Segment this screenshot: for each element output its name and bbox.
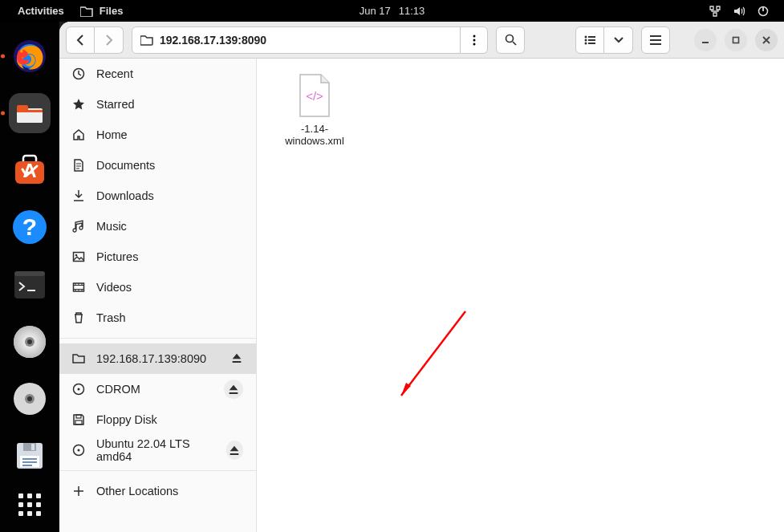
- sidebar-home[interactable]: Home: [59, 120, 256, 150]
- sidebar-network-mount[interactable]: 192.168.17.139:8090: [59, 343, 256, 374]
- close-button[interactable]: [755, 29, 778, 51]
- app-name: Files: [100, 5, 124, 17]
- separator: [59, 338, 256, 339]
- clock-icon: [72, 67, 85, 80]
- dock-terminal[interactable]: [9, 265, 51, 304]
- label: Other Locations: [96, 485, 178, 497]
- disc-icon: [72, 444, 85, 457]
- kebab-icon: [473, 35, 476, 46]
- svg-point-38: [75, 254, 78, 257]
- eject-button[interactable]: [230, 351, 243, 367]
- plus-icon: [72, 485, 85, 497]
- folder-icon: [140, 35, 153, 46]
- eject-button[interactable]: [226, 441, 243, 460]
- path-bar[interactable]: 192.168.17.139:8090: [132, 26, 488, 54]
- download-icon: [72, 189, 85, 202]
- sidebar-videos[interactable]: Videos: [59, 272, 256, 303]
- svg-rect-13: [14, 271, 45, 276]
- svg-point-26: [473, 39, 475, 41]
- floppy-icon: [72, 413, 85, 426]
- file-item[interactable]: </> -1.14-windows.xml: [279, 73, 350, 147]
- eject-icon: [227, 383, 240, 396]
- view-options-button[interactable]: [604, 26, 633, 54]
- label: 192.168.17.139:8090: [96, 352, 206, 365]
- folder-icon: [80, 6, 93, 17]
- svg-line-47: [401, 311, 465, 396]
- xml-file-icon: </>: [295, 73, 334, 118]
- sidebar-ubuntu-iso[interactable]: Ubuntu 22.04 LTS amd64: [59, 435, 256, 465]
- dock-software[interactable]: A: [9, 151, 51, 190]
- dock-files[interactable]: [9, 93, 51, 132]
- label: Home: [96, 128, 128, 141]
- sidebar-pictures[interactable]: Pictures: [59, 242, 256, 272]
- label: CDROM: [96, 383, 140, 396]
- svg-point-45: [78, 449, 80, 452]
- label: Downloads: [96, 189, 154, 202]
- music-icon: [72, 220, 85, 233]
- svg-point-41: [78, 388, 80, 391]
- network-icon[interactable]: [709, 5, 721, 18]
- file-name: -1.14-windows.xml: [279, 123, 350, 147]
- svg-rect-32: [588, 39, 595, 41]
- svg-point-20: [27, 396, 32, 401]
- path-menu-button[interactable]: [460, 27, 487, 53]
- label: Pictures: [96, 250, 138, 263]
- sidebar-cdrom[interactable]: CDROM: [59, 374, 256, 404]
- disc-icon: [72, 383, 85, 396]
- svg-point-28: [506, 35, 513, 43]
- search-button[interactable]: [496, 26, 525, 54]
- label: Floppy Disk: [96, 413, 157, 426]
- video-icon: [72, 281, 85, 294]
- svg-rect-35: [733, 37, 739, 43]
- star-icon: [72, 98, 85, 111]
- path-text: 192.168.17.139:8090: [160, 34, 266, 47]
- sidebar-music[interactable]: Music: [59, 211, 256, 242]
- label: Ubuntu 22.04 LTS amd64: [96, 437, 215, 463]
- show-applications[interactable]: [18, 493, 41, 516]
- sidebar-starred[interactable]: Starred: [59, 89, 256, 120]
- hamburger-menu-button[interactable]: [641, 26, 670, 54]
- sidebar-trash[interactable]: Trash: [59, 303, 256, 333]
- dock-firefox[interactable]: [9, 36, 51, 75]
- svg-rect-7: [17, 110, 43, 112]
- sidebar-floppy[interactable]: Floppy Disk: [59, 404, 256, 435]
- time: 11:13: [399, 5, 425, 17]
- dock-disc-2[interactable]: [9, 380, 51, 419]
- svg-rect-37: [74, 253, 84, 262]
- volume-icon[interactable]: [733, 5, 745, 18]
- sidebar-other-locations[interactable]: Other Locations: [59, 476, 256, 506]
- nav-forward-button[interactable]: [95, 26, 124, 54]
- date: Jun 17: [360, 5, 391, 17]
- svg-text:A: A: [22, 160, 36, 181]
- files-window: 192.168.17.139:8090 Recent: [59, 22, 784, 532]
- sidebar-downloads[interactable]: Downloads: [59, 181, 256, 211]
- power-icon[interactable]: [757, 5, 770, 18]
- eject-button[interactable]: [224, 380, 243, 399]
- headerbar: 192.168.17.139:8090: [59, 22, 784, 59]
- gnome-top-panel: Activities Files Jun 17 11:13: [0, 0, 784, 22]
- svg-text:</>: </>: [306, 89, 323, 103]
- dock-floppy[interactable]: [9, 437, 51, 476]
- eject-icon: [228, 444, 241, 457]
- label: Trash: [96, 311, 126, 324]
- clock[interactable]: Jun 17 11:13: [360, 5, 425, 17]
- file-view[interactable]: </> -1.14-windows.xml: [257, 59, 784, 532]
- sidebar-documents[interactable]: Documents: [59, 150, 256, 181]
- nav-back-button[interactable]: [66, 26, 95, 54]
- dock-help[interactable]: ?: [9, 208, 51, 247]
- label: Recent: [96, 67, 133, 80]
- places-sidebar: Recent Starred Home Documents Downloads: [59, 59, 257, 532]
- label: Videos: [96, 281, 132, 294]
- svg-point-17: [27, 339, 32, 344]
- maximize-button[interactable]: [725, 29, 747, 51]
- minimize-button[interactable]: [694, 29, 717, 51]
- svg-point-25: [473, 35, 475, 37]
- view-list-button[interactable]: [575, 26, 604, 54]
- current-app-menu[interactable]: Files: [80, 5, 124, 17]
- folder-icon: [72, 352, 85, 365]
- activities-button[interactable]: Activities: [18, 5, 64, 17]
- sidebar-recent[interactable]: Recent: [59, 59, 256, 89]
- svg-point-33: [585, 42, 587, 44]
- svg-rect-34: [588, 43, 595, 44]
- dock-disc-1[interactable]: [9, 322, 51, 361]
